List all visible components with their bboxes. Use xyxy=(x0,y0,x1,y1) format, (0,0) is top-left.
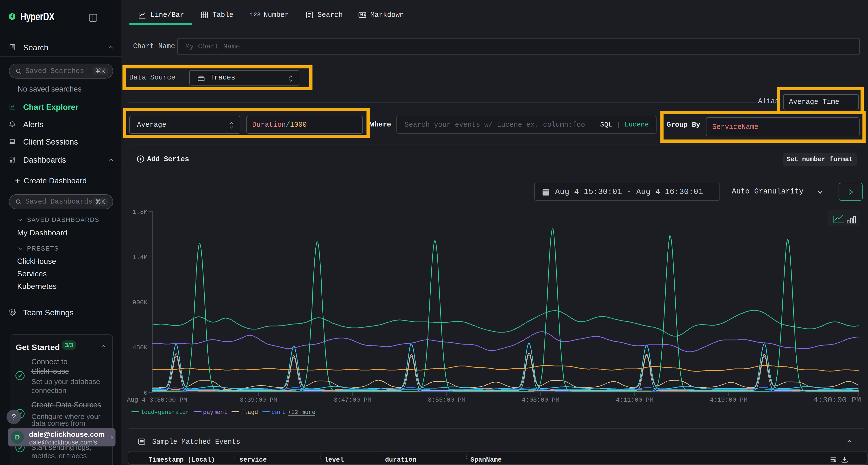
svg-text:3:47:00 PM: 3:47:00 PM xyxy=(334,396,371,404)
svg-text:payment: payment xyxy=(203,409,227,416)
svg-text:load-generator: load-generator xyxy=(141,409,189,416)
svg-text:4:30:00 PM: 4:30:00 PM xyxy=(813,396,861,405)
svg-text:Aug 4 3:30:00 PM: Aug 4 3:30:00 PM xyxy=(127,396,187,404)
svg-text:4:11:00 PM: 4:11:00 PM xyxy=(616,396,653,404)
svg-text:1.4M: 1.4M xyxy=(133,254,148,261)
svg-text:900K: 900K xyxy=(133,299,148,306)
svg-text:cart: cart xyxy=(272,409,285,416)
svg-text:+12 more: +12 more xyxy=(288,409,315,416)
svg-text:3:39:00 PM: 3:39:00 PM xyxy=(240,396,277,404)
svg-text:450K: 450K xyxy=(133,344,148,351)
svg-text:4:03:00 PM: 4:03:00 PM xyxy=(522,396,559,404)
svg-text:1.8M: 1.8M xyxy=(133,208,148,215)
svg-text:flagd: flagd xyxy=(241,409,258,416)
svg-text:3:55:00 PM: 3:55:00 PM xyxy=(428,396,465,404)
svg-text:0: 0 xyxy=(144,389,148,397)
svg-text:4:19:00 PM: 4:19:00 PM xyxy=(710,396,747,404)
